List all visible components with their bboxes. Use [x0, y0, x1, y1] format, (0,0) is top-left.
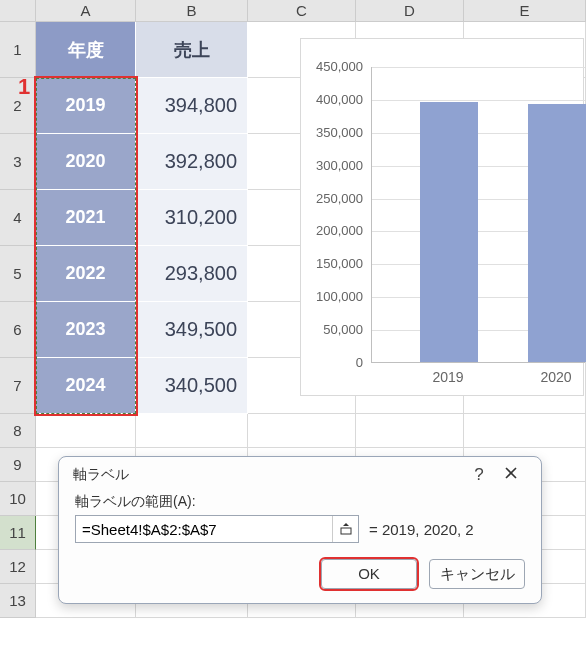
chart-gridline — [372, 67, 585, 68]
row-header-3[interactable]: 3 — [0, 134, 36, 190]
chart-ytick-label: 100,000 — [297, 289, 363, 304]
cell-A3[interactable]: 2020 — [36, 134, 136, 190]
help-button[interactable]: ? — [463, 465, 495, 485]
row-header-5[interactable]: 5 — [0, 246, 36, 302]
cell-C8[interactable] — [248, 414, 356, 448]
range-label: 軸ラベルの範囲(A): — [75, 493, 525, 511]
chart-xlabel: 2020 — [516, 369, 586, 385]
axis-label-dialog: 軸ラベル ? 軸ラベルの範囲(A): = 2019, 2020, 2 OK キャ… — [58, 456, 542, 604]
callout-1: 1 — [18, 74, 30, 100]
range-preview: = 2019, 2020, 2 — [369, 521, 525, 538]
select-all-corner[interactable] — [0, 0, 36, 21]
ok-button[interactable]: OK — [321, 559, 417, 589]
row-header-12[interactable]: 12 — [0, 550, 36, 584]
row-header-13[interactable]: 13 — [0, 584, 36, 618]
cell-B5[interactable]: 293,800 — [136, 246, 248, 302]
cell-B8[interactable] — [136, 414, 248, 448]
chart-ytick-label: 150,000 — [297, 256, 363, 271]
col-header-D[interactable]: D — [356, 0, 464, 21]
cell-D8[interactable] — [356, 414, 464, 448]
row-header-4[interactable]: 4 — [0, 190, 36, 246]
col-header-E[interactable]: E — [464, 0, 586, 21]
chart-ytick-label: 200,000 — [297, 223, 363, 238]
row-header-10[interactable]: 10 — [0, 482, 36, 516]
cell-B4[interactable]: 310,200 — [136, 190, 248, 246]
cell-A1[interactable]: 年度 — [36, 22, 136, 78]
close-icon — [504, 466, 518, 480]
dialog-title: 軸ラベル — [73, 466, 129, 484]
embedded-chart[interactable]: 050,000100,000150,000200,000250,000300,0… — [300, 38, 584, 396]
chart-bar[interactable] — [420, 102, 478, 362]
range-input-wrapper — [75, 515, 359, 543]
row-header-8[interactable]: 8 — [0, 414, 36, 448]
cell-A8[interactable] — [36, 414, 136, 448]
cell-E8[interactable] — [464, 414, 586, 448]
chart-ytick-label: 450,000 — [297, 59, 363, 74]
range-input[interactable] — [76, 521, 332, 538]
chart-bar[interactable] — [528, 104, 586, 362]
row-header-7[interactable]: 7 — [0, 358, 36, 414]
cell-A2[interactable]: 2019 — [36, 78, 136, 134]
cancel-button[interactable]: キャンセル — [429, 559, 525, 589]
col-header-B[interactable]: B — [136, 0, 248, 21]
row-header-11[interactable]: 11 — [0, 516, 36, 550]
cell-A6[interactable]: 2023 — [36, 302, 136, 358]
chart-ytick-label: 300,000 — [297, 158, 363, 173]
col-header-C[interactable]: C — [248, 0, 356, 21]
chart-plot-area — [371, 67, 585, 363]
cell-B6[interactable]: 349,500 — [136, 302, 248, 358]
row-header-1[interactable]: 1 — [0, 22, 36, 78]
chart-gridline — [372, 100, 585, 101]
chart-xlabel: 2019 — [408, 369, 488, 385]
cell-B1[interactable]: 売上 — [136, 22, 248, 78]
chart-ytick-label: 50,000 — [297, 322, 363, 337]
svg-rect-2 — [341, 528, 351, 534]
close-button[interactable] — [495, 465, 527, 485]
chart-ytick-label: 350,000 — [297, 125, 363, 140]
cell-B2[interactable]: 394,800 — [136, 78, 248, 134]
cell-A7[interactable]: 2024 — [36, 358, 136, 414]
row-header-9[interactable]: 9 — [0, 448, 36, 482]
chart-ytick-label: 250,000 — [297, 191, 363, 206]
column-header-row: A B C D E — [0, 0, 586, 22]
range-picker-icon — [339, 522, 353, 536]
col-header-A[interactable]: A — [36, 0, 136, 21]
chart-ytick-label: 400,000 — [297, 92, 363, 107]
chart-ytick-label: 0 — [297, 355, 363, 370]
cell-A4[interactable]: 2021 — [36, 190, 136, 246]
cell-A5[interactable]: 2022 — [36, 246, 136, 302]
cell-B7[interactable]: 340,500 — [136, 358, 248, 414]
range-picker-button[interactable] — [332, 516, 358, 542]
row-header-6[interactable]: 6 — [0, 302, 36, 358]
cell-B3[interactable]: 392,800 — [136, 134, 248, 190]
